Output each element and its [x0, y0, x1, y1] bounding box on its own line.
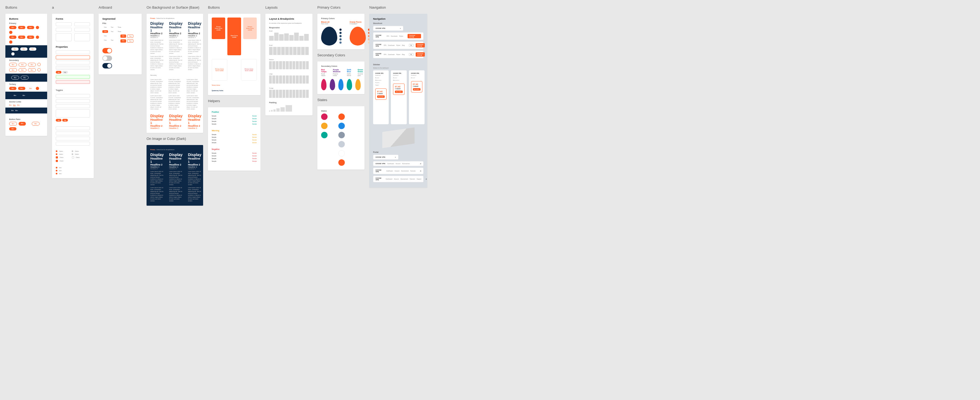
nav-link[interactable]: VPN: [383, 45, 386, 46]
nav-link[interactable]: Abonnement: [401, 178, 408, 180]
radio-unchecked-icon[interactable]: [72, 153, 73, 155]
chip-active[interactable]: tag: [56, 119, 61, 121]
anchor-link[interactable]: Btn: [9, 104, 11, 106]
nav-link[interactable]: Dashboard: [386, 178, 392, 180]
nav-link[interactable]: Prijzen: [396, 54, 400, 55]
segment-option[interactable]: Two: [109, 39, 115, 41]
nav-link[interactable]: Account: [395, 170, 399, 172]
chip-active[interactable]: tag: [56, 71, 61, 73]
primary-button[interactable]: Btn: [9, 26, 16, 29]
logo[interactable]: GOOSE VPN: [375, 53, 382, 56]
segment-option[interactable]: One: [102, 26, 108, 29]
sidebar-item[interactable]: Dashboard: [393, 74, 404, 76]
sidebar-item[interactable]: Dashboard: [375, 74, 387, 76]
anchor-link[interactable]: Btn: [13, 104, 16, 106]
menu-icon[interactable]: ≡: [395, 156, 396, 158]
menu-icon[interactable]: ≡: [400, 27, 401, 29]
button-pair-cancel[interactable]: Btn: [32, 122, 40, 126]
text-input[interactable]: [56, 28, 72, 32]
nav-link[interactable]: Blog: [402, 54, 405, 55]
logo[interactable]: GOOSE VPN: [375, 35, 384, 38]
segment-option-active[interactable]: One: [121, 35, 126, 38]
nav-link[interactable]: Account: [395, 163, 400, 164]
sidebar-item[interactable]: Account: [375, 76, 387, 79]
nav-link[interactable]: Abonnement: [402, 163, 410, 164]
button-pair-cancel[interactable]: Btn: [9, 122, 17, 126]
secondary-button[interactable]: Btn: [19, 68, 26, 72]
icon-button[interactable]: [36, 87, 39, 90]
nav-link[interactable]: Blog: [402, 45, 405, 46]
board-forms[interactable]: Forms Properties tagtag Toggles tagtag O…: [52, 14, 94, 178]
lang-select[interactable]: NL: [409, 44, 413, 47]
board-helpers[interactable]: Positive SampleSample SampleSample Sampl…: [208, 107, 261, 171]
logo[interactable]: GOOSE VPN: [375, 156, 385, 158]
board-primary-colors[interactable]: Primary Colors Blauw uit Niet zwart Oran…: [317, 14, 364, 49]
radio-checked-icon[interactable]: [56, 150, 57, 152]
promo-button[interactable]: Aanmelden: [395, 91, 402, 93]
button-pair-confirm[interactable]: Btn: [19, 122, 26, 126]
icon-button-outline[interactable]: [37, 68, 41, 72]
text-input-focus[interactable]: [56, 56, 90, 59]
segment-option[interactable]: Two: [127, 35, 134, 38]
nav-link[interactable]: Facturen: [410, 170, 416, 172]
primary-button-dark[interactable]: Btn: [11, 48, 19, 51]
anchor-link-dark[interactable]: Btn: [15, 110, 18, 111]
primary-button[interactable]: Btn: [18, 35, 25, 39]
button-pair-confirm[interactable]: Btn: [9, 127, 16, 131]
icon-button[interactable]: [9, 40, 13, 44]
logo[interactable]: GOOSE VPN: [375, 169, 384, 172]
nav-link[interactable]: Prijzen: [399, 35, 403, 37]
textarea[interactable]: [56, 33, 72, 41]
segment-option[interactable]: Two: [127, 39, 134, 43]
toggle-on[interactable]: [102, 48, 112, 53]
text-input-success[interactable]: [56, 75, 90, 79]
select-input[interactable]: [56, 94, 90, 98]
primary-button[interactable]: Btn: [27, 26, 34, 29]
text-input[interactable]: [74, 28, 90, 32]
tertiary-button-dark[interactable]: Btn: [11, 94, 19, 97]
select-input[interactable]: [56, 99, 90, 103]
anchor-link-dark[interactable]: Btn: [11, 110, 14, 111]
checkbox-checked-icon[interactable]: [56, 156, 58, 158]
primary-button[interactable]: Btn: [27, 35, 34, 39]
text-input-error[interactable]: [56, 80, 90, 84]
promo-button[interactable]: Aanmelden: [413, 88, 420, 91]
logo[interactable]: GOOSE VPN: [375, 163, 385, 164]
sidebar-item[interactable]: Facturen: [375, 81, 387, 84]
sidebar-item[interactable]: Abonnement: [393, 79, 404, 81]
segment-option[interactable]: One: [102, 39, 108, 41]
secondary-button-dark[interactable]: Btn: [11, 76, 19, 80]
nav-link[interactable]: Support: [417, 178, 422, 180]
sidebar-item[interactable]: Account: [393, 76, 404, 79]
segment-option[interactable]: Three: [116, 26, 123, 29]
nav-link[interactable]: Prijzen: [396, 45, 400, 46]
board-navigation[interactable]: Navigation Storefront GOOSE VPN≡ GOOSE V…: [369, 14, 427, 188]
tertiary-button-dark[interactable]: Btn: [20, 94, 27, 97]
cta-button[interactable]: Download GOOSE: [416, 43, 425, 48]
icon-button[interactable]: [9, 31, 13, 34]
nav-link[interactable]: Dashboard: [387, 163, 394, 164]
sidebar-item[interactable]: Account: [411, 76, 422, 79]
tertiary-button[interactable]: Btn: [9, 87, 16, 90]
icon-button[interactable]: [36, 35, 39, 39]
board-segmented[interactable]: Segmented Pills OneTwoThree OneTwoThree …: [99, 14, 142, 74]
user-icon[interactable]: ◔: [420, 170, 421, 172]
board-surfaces[interactable]: Primary Active Some subtitle Base Some s…: [208, 14, 261, 95]
primary-button[interactable]: Btn: [18, 26, 25, 29]
promo-button[interactable]: Aanmelden: [377, 96, 385, 98]
segment-option[interactable]: Two: [109, 26, 115, 29]
user-icon[interactable]: ◔: [426, 178, 427, 180]
secondary-button-dark[interactable]: Btn: [21, 76, 29, 80]
cta-button[interactable]: Download GOOSE: [416, 52, 425, 57]
segment-option[interactable]: Two: [109, 30, 115, 33]
nav-link[interactable]: Account: [394, 178, 399, 180]
tertiary-button[interactable]: Btn: [27, 87, 34, 90]
icon-button-outline[interactable]: [37, 63, 41, 66]
nav-link[interactable]: Downloads: [388, 54, 395, 55]
text-input[interactable]: [56, 22, 72, 26]
toggle-off[interactable]: [102, 56, 112, 61]
select-input[interactable]: [56, 137, 90, 140]
logo[interactable]: GOOSE VPN: [375, 44, 382, 47]
radio-checked-icon[interactable]: [56, 153, 57, 155]
board-buttons[interactable]: Buttons Primary BtnBtnBtn BtnBtnBtn BtnB…: [5, 14, 47, 136]
